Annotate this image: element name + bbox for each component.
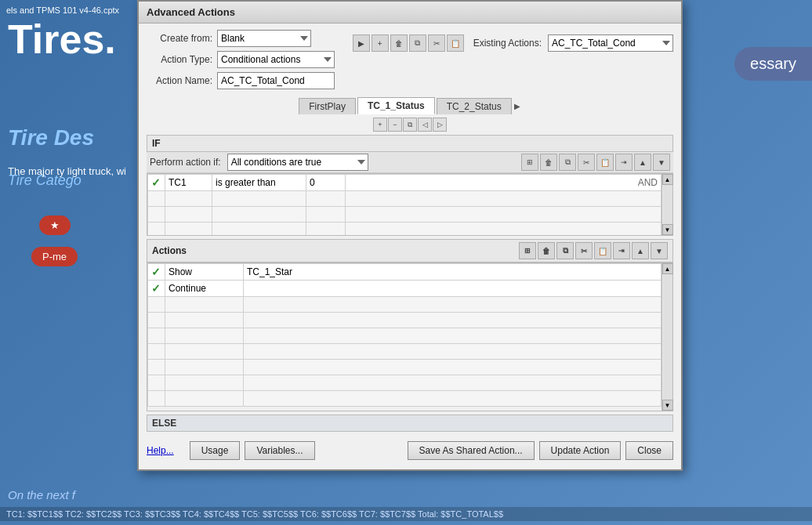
- actions-table-area: ✓ Show TC_1_Star ✓ Continue: [147, 262, 673, 411]
- dialog-title: Advanced Actions: [139, 2, 681, 24]
- condition-row-4: [148, 223, 662, 236]
- tab-firstplay[interactable]: FirstPlay: [299, 98, 356, 114]
- act-target-2[interactable]: [244, 281, 662, 297]
- tab-tc2-status[interactable]: TC_2_Status: [437, 98, 512, 114]
- action-row-7: [148, 360, 662, 375]
- cond-delete-btn[interactable]: 🗑: [540, 154, 557, 171]
- copy-action-button[interactable]: ⧉: [409, 34, 426, 52]
- if-label: IF: [152, 138, 161, 149]
- act-scroll-up[interactable]: ▲: [662, 263, 673, 274]
- create-from-select[interactable]: Blank: [217, 30, 311, 47]
- cond-add-btn[interactable]: ⊞: [521, 154, 538, 171]
- condition-row-3: [148, 207, 662, 223]
- condition-row-2: [148, 191, 662, 207]
- actions-label: Actions: [152, 245, 187, 256]
- add-action-button[interactable]: +: [372, 34, 389, 52]
- bg-essary: essary: [734, 47, 812, 81]
- act-action-1[interactable]: Show: [165, 264, 244, 281]
- save-shared-button[interactable]: Save As Shared Action...: [408, 441, 535, 460]
- tab-tc1-status[interactable]: TC_1_Status: [357, 97, 435, 114]
- cond-val-1[interactable]: 0: [306, 175, 346, 191]
- cond-check-1[interactable]: ✓: [151, 176, 161, 189]
- condition-row-header: Perform action if: All conditions are tr…: [147, 152, 673, 173]
- bg-on-next: On the next f: [8, 488, 75, 501]
- play-button[interactable]: ▶: [353, 34, 370, 52]
- advanced-actions-dialog: Advanced Actions Create from: Blank Acti…: [137, 0, 683, 471]
- create-from-label: Create from:: [147, 33, 217, 44]
- cut-action-button[interactable]: ✂: [428, 34, 445, 52]
- act-delete-btn[interactable]: 🗑: [538, 242, 555, 259]
- cond-paste-btn[interactable]: 📋: [596, 154, 614, 171]
- action-type-label: Action Type:: [147, 54, 217, 65]
- update-action-button[interactable]: Update Action: [539, 441, 622, 460]
- action-name-input[interactable]: [217, 72, 335, 89]
- act-scroll-track: [663, 274, 672, 400]
- tabs-sub-toolbar: + − ⧉ ◁ ▷: [147, 118, 673, 132]
- tabs-area: FirstPlay TC_1_Status TC_2_Status ▶: [147, 97, 673, 114]
- close-button[interactable]: Close: [625, 441, 673, 460]
- nav-text: els and TPMS 101 v4-46.cptx: [0, 4, 125, 16]
- cond-down-btn[interactable]: ▼: [653, 154, 670, 171]
- bg-body-text: The major ty light truck, wi: [8, 165, 141, 179]
- action-row-6: [148, 344, 662, 360]
- cond-scroll-down[interactable]: ▼: [662, 224, 673, 235]
- cond-indent-btn[interactable]: ⇥: [615, 154, 633, 171]
- usage-button[interactable]: Usage: [190, 441, 241, 460]
- act-check-2[interactable]: ✓: [151, 282, 161, 295]
- cond-cut-btn[interactable]: ✂: [578, 154, 595, 171]
- conditions-area: ✓ TC1 is greater than 0 AND: [147, 173, 673, 236]
- sub-prev-icon[interactable]: ◁: [418, 118, 432, 132]
- bg-button2[interactable]: P-me: [31, 247, 78, 266]
- act-indent-btn[interactable]: ⇥: [613, 242, 630, 259]
- act-scroll-down[interactable]: ▼: [662, 400, 673, 411]
- cond-var-1[interactable]: TC1: [165, 175, 212, 191]
- if-header: IF: [147, 135, 673, 152]
- action-row-4: [148, 313, 662, 328]
- bg-subtitle: Tire Des: [8, 125, 94, 150]
- bg-bottom-vars: TC1: $$TC1$$ TC2: $$TC2$$ TC3: $$TC3$$ T…: [0, 507, 812, 521]
- action-row-1: ✓ Show TC_1_Star: [148, 264, 662, 281]
- act-down-btn[interactable]: ▼: [651, 242, 668, 259]
- actions-header: Actions ⊞ 🗑 ⧉ ✂ 📋 ⇥ ▲ ▼: [147, 239, 673, 262]
- cond-up-btn[interactable]: ▲: [634, 154, 651, 171]
- act-add-btn[interactable]: ⊞: [519, 242, 536, 259]
- act-up-btn[interactable]: ▲: [632, 242, 649, 259]
- action-row-5: [148, 328, 662, 344]
- sub-add-icon[interactable]: +: [373, 118, 387, 132]
- sub-next-icon[interactable]: ▷: [433, 118, 447, 132]
- cond-scroll-track: [663, 185, 672, 224]
- act-cut-btn[interactable]: ✂: [575, 242, 593, 259]
- variables-button[interactable]: Variables...: [245, 441, 314, 460]
- act-target-1[interactable]: TC_1_Star: [244, 264, 662, 281]
- bottom-row: Help... Usage Variables... Save As Share…: [147, 438, 673, 463]
- condition-row-1: ✓ TC1 is greater than 0 AND: [148, 175, 662, 191]
- delete-action-button[interactable]: 🗑: [390, 34, 408, 52]
- perform-action-if-label: Perform action if:: [150, 157, 221, 168]
- cond-scroll-up[interactable]: ▲: [662, 174, 673, 185]
- action-row-3: [148, 297, 662, 313]
- perform-action-if-select[interactable]: All conditions are true: [227, 154, 368, 171]
- tab-next-icon[interactable]: ▶: [513, 102, 521, 110]
- paste-action-button[interactable]: 📋: [447, 34, 464, 52]
- act-check-1[interactable]: ✓: [151, 266, 161, 278]
- act-paste-btn[interactable]: 📋: [594, 242, 611, 259]
- cond-logic-1: AND: [346, 175, 662, 191]
- sub-minus-icon[interactable]: −: [388, 118, 402, 132]
- cond-copy-btn[interactable]: ⧉: [559, 154, 576, 171]
- sub-copy-icon[interactable]: ⧉: [403, 118, 417, 132]
- existing-actions-label: Existing Actions:: [473, 38, 542, 49]
- action-name-label: Action Name:: [147, 75, 217, 86]
- action-row-8: [148, 375, 662, 391]
- act-action-2[interactable]: Continue: [165, 281, 244, 297]
- if-section: IF Perform action if: All conditions are…: [147, 135, 673, 236]
- else-section: ELSE: [147, 415, 673, 432]
- actions-section: Actions ⊞ 🗑 ⧉ ✂ 📋 ⇥ ▲ ▼ ✓: [147, 239, 673, 411]
- act-copy-btn[interactable]: ⧉: [556, 242, 574, 259]
- bg-title: Tires.: [8, 16, 116, 63]
- action-row-9: [148, 391, 662, 407]
- existing-actions-select[interactable]: AC_TC_Total_Cond: [548, 34, 673, 52]
- action-type-select[interactable]: Conditional actions: [217, 51, 335, 68]
- cond-op-1[interactable]: is greater than: [212, 175, 306, 191]
- help-link[interactable]: Help...: [147, 445, 174, 456]
- bg-button1[interactable]: ★: [39, 215, 71, 235]
